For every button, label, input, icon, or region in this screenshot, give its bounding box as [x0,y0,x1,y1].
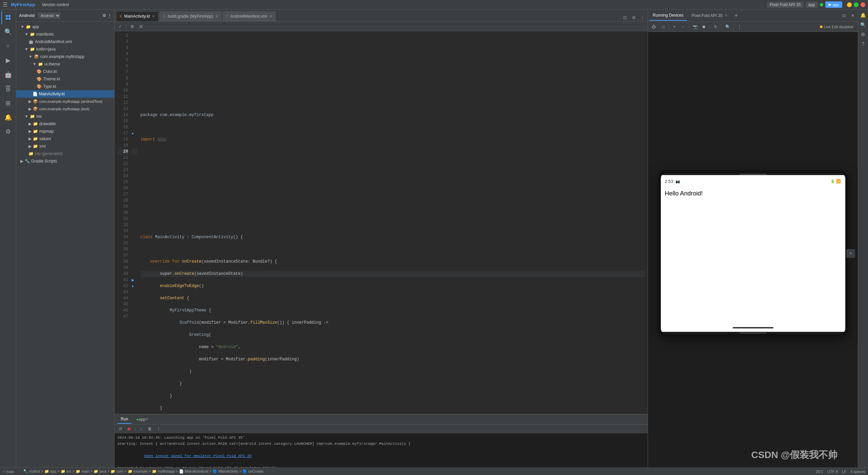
expand-icon: ▼ [24,47,28,52]
collapse-all-btn[interactable]: ⊟ [137,23,145,30]
tree-item-xml[interactable]: ▶ 📁 xml [16,142,114,150]
tree-item-gradle-scripts[interactable]: ▶ 🔧 Gradle Scripts [16,157,114,165]
bottom-tabs: Run ● app ✕ [115,414,648,424]
code-editor: 12345 678910 1112131415 16171819 20 2122… [115,31,648,414]
zoom-btn[interactable]: 🔍 [724,23,731,31]
phone-screen: Hello Android! [661,187,845,324]
tree-item-mainactivity-kt[interactable]: 📄 MainActivity.kt [16,90,114,98]
sidebar-item-project[interactable] [1,11,15,24]
running-devices-label: Running Devices [653,13,684,18]
log-line-logcat[interactable]: Open logcat panel for emulator Pixel Fol… [117,447,645,465]
tree-label: com.example.myfirstapp (androidTest) [39,99,102,103]
tree-item-theme-kt[interactable]: 🎨 Theme.kt [16,75,114,83]
expand-all-btn[interactable]: ⊞ [129,23,136,30]
editor-settings-btn[interactable]: ⚙ [630,14,637,21]
expand-icon: ▶ [28,99,32,104]
editor-more-btn[interactable]: ⋮ [639,14,646,21]
back-btn[interactable]: ◁ [659,23,666,31]
sidebar-item-notifications[interactable]: 🔔 [1,111,15,124]
tree-item-mipmap[interactable]: ▶ 📁 mipmap [16,128,114,135]
tab-mainactivity[interactable]: K MainActivity.kt ✕ [116,11,159,21]
project-panel-sync-icon[interactable]: ⚙ [102,13,106,18]
indent-indicator: 4 spaces [850,470,865,474]
volume-down-btn[interactable]: − [679,23,687,31]
sidebar-item-android[interactable]: 🤖 [1,68,15,81]
bottom-tab-run[interactable]: Run [117,415,132,424]
sidebar-item-git[interactable]: ⑂ [1,39,15,53]
app-tab-icon: ● [136,417,139,422]
tree-item-ui-theme[interactable]: ▼ 📁 ui.theme [16,60,114,68]
logcat-link[interactable]: Open logcat panel for emulator Pixel Fol… [144,454,252,458]
close-panel-btn[interactable]: ✕ [849,12,856,19]
stop-btn[interactable]: ⏹ [125,425,133,433]
tree-item-res-generated[interactable]: 📁 res (generated) [16,150,114,157]
tree-item-values[interactable]: ▶ 📁 values [16,135,114,142]
code-content[interactable]: package com.example.myfirstapp import ..… [138,31,648,414]
project-view-selector[interactable]: Android Project [38,13,60,19]
menu-bar: ☰ MyFirstApp Version control › Pixel Fol… [0,0,868,10]
device-selector[interactable]: Pixel Fold API 35 [767,2,803,8]
app-tab-close[interactable]: ✕ [145,417,149,421]
add-device-btn[interactable]: + [732,12,740,19]
tree-label: ui.theme [44,62,60,66]
scroll-to-end-btn[interactable]: ↓ [137,425,145,433]
run-button[interactable]: ▶ app [825,1,842,8]
pixel-fold-close[interactable]: ✕ [725,13,728,18]
sidebar-item-settings[interactable]: ⚙ [1,125,15,138]
clear-btn[interactable]: 🗑 [146,425,154,433]
split-editor-btn[interactable]: ⊡ [621,14,629,21]
running-devices-tab[interactable]: Running Devices [649,11,687,21]
right-icon-search[interactable]: 🔍 [859,20,868,29]
sidebar-item-search[interactable]: 🔍 [1,25,15,39]
right-icon-notifications[interactable]: 🔔 [859,11,868,20]
sidebar-item-terminal[interactable]: ⊞ [1,96,15,110]
run-icon: ▶ [829,2,831,7]
volume-up-btn[interactable]: + [671,23,678,31]
sidebar-item-database[interactable]: 🗄 [1,82,15,96]
add-overlay-btn[interactable]: + [846,249,855,258]
tab-close-mainactivity[interactable]: ✕ [152,14,155,19]
folder-icon: 📁 [33,129,38,134]
tree-item-package-androidtest[interactable]: ▶ 📦 com.example.myfirstapp (androidTest) [16,98,114,105]
tab-close-manifest[interactable]: ✕ [269,14,272,19]
tab-label: MainActivity.kt [124,14,150,19]
tree-item-package-test[interactable]: ▶ 📦 com.example.myfirstapp (test) [16,105,114,113]
app-selector[interactable]: app [806,2,818,8]
more-device-btn[interactable]: ⋮ [736,23,743,31]
bottom-tab-app[interactable]: ● app ✕ [133,415,152,424]
pixel-fold-tab[interactable]: Pixel Fold API 35 ✕ [688,11,731,21]
tree-item-type-kt[interactable]: 🎨 Type.kt [16,83,114,90]
right-icon-help[interactable]: ? [859,39,868,48]
tree-item-androidmanifest[interactable]: 🤖 AndroidManifest.xml [16,38,114,45]
tree-item-drawable[interactable]: ▶ 📁 drawable [16,120,114,128]
tree-item-app[interactable]: ▼ 📁 app [16,23,114,31]
maximize-panel-btn[interactable]: ⊡ [840,12,848,19]
tree-item-manifests[interactable]: ▼ 📁 manifests [16,31,114,38]
tab-buildgradle[interactable]: G build.gradle (MyFirstApp) ✕ [159,11,222,21]
expand-icon: ▶ [28,136,32,141]
tree-item-color-kt[interactable]: 🎨 Color.kt [16,68,114,75]
version-control-menu[interactable]: Version control [39,2,72,8]
hamburger-icon[interactable]: ☰ [3,1,7,8]
power-btn[interactable]: ⏻ [650,23,657,31]
check-btn[interactable]: ✓ [117,23,124,30]
log-line-2: Starting: Intent { act=android.intent.ac… [117,441,645,447]
close-button[interactable] [861,2,865,7]
record-btn[interactable]: ⏺ [700,23,708,31]
project-panel-gear-icon[interactable]: ⋮ [107,13,112,18]
minimize-button[interactable] [847,2,852,7]
rerun-btn[interactable]: ↺ [117,425,124,433]
tree-item-package-main[interactable]: ▼ 📦 com.example.myfirstapp [16,53,114,60]
maximize-button[interactable] [854,2,859,7]
screenshot-btn[interactable]: 📷 [691,23,699,31]
run-label: app [833,3,839,7]
tree-item-res[interactable]: ▼ 📁 res [16,113,114,120]
tab-close-gradle[interactable]: ✕ [215,14,218,19]
folder-icon: 📁 [33,144,38,149]
rotate-btn[interactable]: ↻ [712,23,719,31]
sidebar-item-run[interactable]: ▶ [1,54,15,67]
right-icon-settings[interactable]: ⚙ [859,30,868,39]
more-btn[interactable]: ⋮ [155,425,162,433]
tree-item-kotlin-java[interactable]: ▼ 📁 kotlin+java [16,45,114,53]
tab-androidmanifest[interactable]: X AndroidManifest.xml ✕ [222,11,276,21]
